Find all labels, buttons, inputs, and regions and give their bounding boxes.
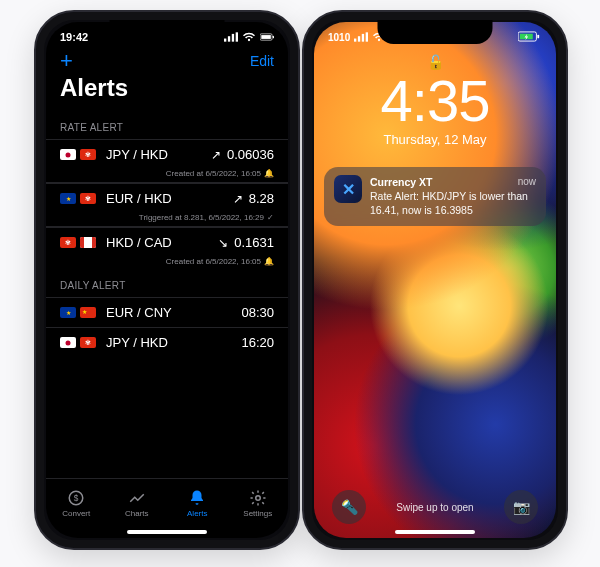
svg-rect-5: [261, 35, 271, 39]
rate-list: JPY / HKD ↗ 0.06036 Created at 6/5/2022,…: [46, 139, 288, 270]
bell-icon: 🔔: [264, 169, 274, 178]
pair-label: JPY / HKD: [106, 147, 211, 162]
flag-icon: [80, 149, 96, 160]
rate-row[interactable]: JPY / HKD ↗ 0.06036: [46, 139, 288, 169]
flag-icon: [80, 337, 96, 348]
meta-text: Triggered at 8.281, 6/5/2022, 16:29: [139, 213, 264, 222]
signal-icon: [354, 32, 368, 42]
rate-value: 0.06036: [227, 147, 274, 162]
time-value: 16:20: [241, 335, 274, 350]
lock-time: 4:35: [381, 72, 490, 130]
flag-icon: [60, 149, 76, 160]
svg-rect-6: [273, 36, 274, 39]
meta-text: Created at 6/5/2022, 16:05: [166, 257, 261, 266]
svg-point-9: [256, 496, 261, 501]
flashlight-button[interactable]: 🔦: [332, 490, 366, 524]
phone-right-lockscreen: 1010 🔓 4:35 Thursday, 12 May ✕: [302, 10, 568, 550]
gear-icon: [248, 489, 268, 507]
notification-card[interactable]: ✕ Currency XT now Rate Alert: HKD/JPY is…: [324, 167, 546, 226]
phone-left-app: 19:42 + Edit Alerts RATE ALERT: [34, 10, 300, 550]
carrier-name: 1010: [328, 32, 350, 43]
pair-label: HKD / CAD: [106, 235, 218, 250]
flashlight-icon: 🔦: [341, 499, 358, 515]
daily-list: EUR / CNY 08:30 JPY / HKD 16:20: [46, 297, 288, 357]
swipe-label: Swipe up to open: [396, 502, 473, 513]
daily-row[interactable]: JPY / HKD 16:20: [46, 327, 288, 357]
app-screen: 19:42 + Edit Alerts RATE ALERT: [46, 22, 288, 538]
rate-row[interactable]: HKD / CAD ↘ 0.1631: [46, 227, 288, 257]
bell-icon: 🔔: [264, 257, 274, 266]
notification-body: Rate Alert: HKD/JPY is lower than 16.41,…: [370, 189, 536, 217]
home-indicator[interactable]: [395, 530, 475, 534]
tab-label: Settings: [243, 509, 272, 518]
rate-value: 8.28: [249, 191, 274, 206]
svg-rect-13: [366, 32, 368, 41]
battery-icon: [260, 32, 274, 42]
bell-icon: [187, 489, 207, 507]
section-label-daily: DAILY ALERT: [46, 270, 288, 297]
home-indicator[interactable]: [127, 530, 207, 534]
notch: [110, 20, 225, 44]
camera-button[interactable]: 📷: [504, 490, 538, 524]
rate-value: 0.1631: [234, 235, 274, 250]
tab-label: Alerts: [187, 509, 207, 518]
tab-bar: $ Convert Charts Alerts Settin: [46, 478, 288, 538]
app-icon: ✕: [334, 175, 362, 203]
signal-icon: [224, 32, 238, 42]
edit-button[interactable]: Edit: [250, 53, 274, 69]
svg-rect-11: [358, 36, 360, 41]
tab-alerts[interactable]: Alerts: [172, 489, 222, 518]
arrow-down-icon: ↘: [218, 236, 228, 250]
add-button[interactable]: +: [60, 50, 73, 72]
svg-rect-1: [228, 36, 230, 41]
camera-icon: 📷: [513, 499, 530, 515]
svg-rect-2: [232, 34, 234, 42]
nav-bar: + Edit: [46, 52, 288, 70]
rate-meta: Created at 6/5/2022, 16:05 🔔: [46, 169, 288, 183]
tab-charts[interactable]: Charts: [112, 489, 162, 518]
lock-area: 🔓 4:35 Thursday, 12 May: [314, 52, 556, 147]
svg-rect-0: [224, 39, 226, 42]
convert-icon: $: [66, 489, 86, 507]
rate-meta: Created at 6/5/2022, 16:05 🔔: [46, 257, 288, 270]
charts-icon: [127, 489, 147, 507]
daily-row[interactable]: EUR / CNY 08:30: [46, 297, 288, 327]
svg-rect-16: [537, 34, 539, 38]
flag-icon: [60, 307, 76, 318]
wifi-icon: [242, 32, 256, 42]
pair-label: EUR / HKD: [106, 191, 233, 206]
flag-icon: [60, 337, 76, 348]
battery-charging-icon: [518, 31, 542, 44]
status-time: 19:42: [60, 31, 88, 43]
notification-time: now: [518, 175, 536, 189]
flag-icon: [80, 193, 96, 204]
flag-icon: [60, 237, 76, 248]
flag-icon: [80, 307, 96, 318]
notch: [378, 20, 493, 44]
notification-app-name: Currency XT: [370, 175, 432, 189]
tab-label: Convert: [62, 509, 90, 518]
arrow-up-icon: ↗: [211, 148, 221, 162]
svg-rect-12: [362, 34, 364, 42]
flag-icon: [60, 193, 76, 204]
svg-text:$: $: [74, 494, 79, 503]
tab-label: Charts: [125, 509, 149, 518]
page-title: Alerts: [46, 70, 288, 112]
tab-convert[interactable]: $ Convert: [51, 489, 101, 518]
rate-meta: Triggered at 8.281, 6/5/2022, 16:29 ✓: [46, 213, 288, 227]
svg-rect-10: [354, 39, 356, 42]
flag-icon: [80, 237, 96, 248]
section-label-rate: RATE ALERT: [46, 112, 288, 139]
check-icon: ✓: [267, 213, 274, 222]
pair-label: JPY / HKD: [106, 335, 241, 350]
meta-text: Created at 6/5/2022, 16:05: [166, 169, 261, 178]
arrow-up-icon: ↗: [233, 192, 243, 206]
svg-rect-3: [236, 32, 238, 41]
tab-settings[interactable]: Settings: [233, 489, 283, 518]
lock-date: Thursday, 12 May: [383, 132, 486, 147]
pair-label: EUR / CNY: [106, 305, 241, 320]
app-icon-glyph: ✕: [342, 180, 355, 199]
time-value: 08:30: [241, 305, 274, 320]
lock-screen: 1010 🔓 4:35 Thursday, 12 May ✕: [314, 22, 556, 538]
rate-row[interactable]: EUR / HKD ↗ 8.28: [46, 183, 288, 213]
